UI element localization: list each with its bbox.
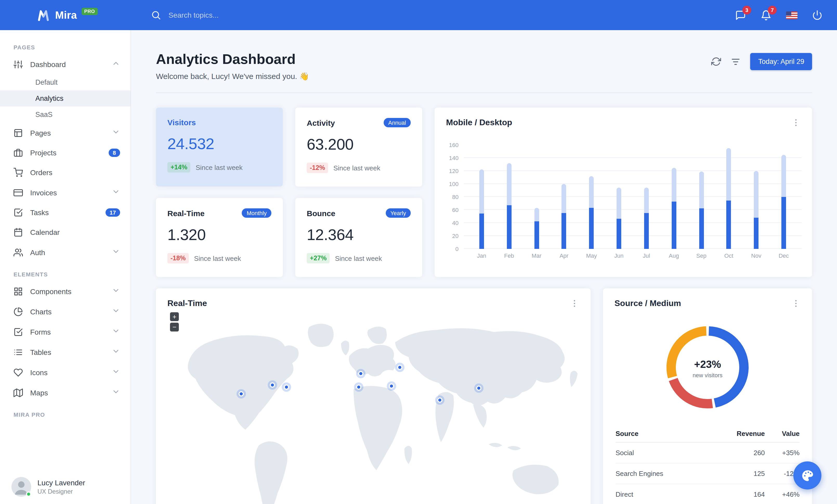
chevron-up-icon [112, 59, 120, 69]
mobile-desktop-card: Mobile / Desktop 160140120100806040200Ja… [434, 108, 812, 277]
map-marker[interactable] [397, 365, 403, 370]
chevron-down-icon [112, 388, 120, 397]
world-map[interactable]: + − [156, 311, 591, 504]
sidebar-subitem-saas[interactable]: SaaS [0, 107, 130, 123]
chevron-down-icon [112, 367, 120, 377]
stat-change-badge: +27% [307, 253, 330, 263]
sidebar-item-orders[interactable]: Orders [0, 163, 130, 182]
sidebar-item-tasks[interactable]: Tasks17 [0, 203, 130, 222]
stat-value: 1.320 [167, 226, 271, 244]
stat-title: Bounce [307, 209, 335, 218]
language-flag-button[interactable] [786, 11, 798, 19]
sidebar-item-pages[interactable]: Pages [0, 123, 130, 143]
navbar-search [151, 10, 287, 20]
sidebar-item-invoices[interactable]: Invoices [0, 182, 130, 203]
map-marker[interactable] [238, 391, 244, 396]
chevron-down-icon [112, 286, 120, 296]
sidebar-subitem-analytics[interactable]: Analytics [0, 90, 130, 107]
map-zoom-in-button[interactable]: + [170, 312, 179, 321]
stat-period-badge: Monthly [242, 208, 271, 218]
brand[interactable]: Mira PRO [0, 8, 131, 22]
map-marker[interactable] [476, 386, 481, 391]
donut-center-value: +23% [694, 358, 721, 371]
theme-settings-fab[interactable] [793, 461, 821, 489]
map-marker[interactable] [356, 385, 361, 390]
stat-card-visitors: Visitors24.532+14%Since last week [156, 108, 283, 187]
date-range-button[interactable]: Today: April 29 [750, 53, 812, 70]
stats-grid: Mobile / Desktop 160140120100806040200Ja… [156, 108, 812, 277]
cell-source: Search Engines [616, 463, 709, 484]
x-tick-label: Apr [560, 253, 569, 259]
bar-nov: Nov [743, 145, 770, 259]
map-marker[interactable] [437, 397, 442, 403]
stat-note: Since last week [194, 254, 241, 262]
sidebar-item-components[interactable]: Components [0, 281, 130, 301]
x-tick-label: May [586, 253, 597, 259]
sidebar-item-tables[interactable]: Tables [0, 342, 130, 362]
sidebar-item-projects[interactable]: Projects8 [0, 143, 130, 163]
sidebar-item-forms[interactable]: Forms [0, 322, 130, 342]
chevron-down-icon [112, 128, 120, 136]
sidebar-subitem-default[interactable]: Default [0, 74, 130, 90]
stat-card-real-time: Real-TimeMonthly1.320-18%Since last week [156, 198, 283, 277]
table-row: Social260+35% [616, 443, 800, 463]
search-input[interactable] [167, 11, 287, 20]
sidebar-item-auth[interactable]: Auth [0, 242, 130, 262]
x-tick-label: Jun [614, 253, 624, 259]
more-menu-button[interactable] [570, 299, 579, 308]
messages-button[interactable]: 3 [735, 10, 746, 20]
more-menu-button[interactable] [791, 299, 801, 308]
sidebar-item-label: Dashboard [30, 60, 66, 68]
cell-revenue: 260 [709, 443, 765, 463]
stat-value: 24.532 [167, 135, 271, 153]
stat-value: 63.200 [307, 136, 411, 153]
cell-value: +35% [765, 443, 800, 463]
sidebar-item-charts[interactable]: Charts [0, 301, 130, 322]
header-divider [156, 93, 812, 93]
map-zoom-out-button[interactable]: − [170, 323, 179, 332]
sidebar-item-dashboard[interactable]: Dashboard [0, 54, 130, 74]
sidebar-item-label: Projects [30, 149, 56, 157]
chevron-down-icon [112, 247, 120, 257]
y-axis: 160140120100806040200 [446, 145, 464, 249]
bar-aug: Aug [660, 145, 688, 259]
map-marker[interactable] [284, 385, 289, 390]
chevron-down-icon [112, 306, 120, 315]
users-icon [14, 247, 23, 257]
cell-revenue: 125 [709, 463, 765, 484]
sidebar-count-badge: 8 [109, 149, 120, 157]
page-title: Analytics Dashboard [156, 51, 309, 68]
map-marker[interactable] [358, 371, 363, 376]
refresh-button[interactable] [711, 57, 721, 67]
sliders-icon [14, 59, 23, 69]
more-menu-button[interactable] [791, 118, 801, 127]
filter-button[interactable] [731, 56, 741, 67]
sidebar-item-calendar[interactable]: Calendar [0, 222, 130, 242]
check-square-icon [14, 327, 23, 336]
page-header: Analytics Dashboard Welcome back, Lucy! … [156, 46, 812, 81]
header-actions: Today: April 29 [711, 53, 812, 70]
chevron-down-icon [112, 327, 120, 335]
bar-jun: Jun [605, 145, 633, 259]
stat-change-badge: +14% [167, 162, 191, 172]
bar-oct: Oct [715, 145, 743, 259]
credit-card-icon [14, 188, 23, 197]
sidebar-item-maps[interactable]: Maps [0, 382, 130, 403]
notifications-button[interactable]: 7 [761, 10, 771, 20]
sign-out-button[interactable] [812, 10, 822, 20]
chevron-down-icon [112, 327, 120, 337]
search-icon[interactable] [151, 10, 161, 20]
sidebar-item-icons[interactable]: Icons [0, 362, 130, 382]
sidebar-user[interactable]: Lucy Lavender UX Designer [0, 470, 130, 504]
source-medium-card: Source / Medium +23% new visitors [603, 288, 812, 504]
chevron-down-icon [112, 247, 120, 256]
stat-note: Since last week [196, 163, 243, 171]
sidebar-item-label: Charts [30, 307, 52, 316]
sidebar-section-label: PAGES [14, 44, 117, 50]
map-marker[interactable] [270, 382, 275, 388]
sidebar-item-label: Tables [30, 348, 51, 356]
map-marker[interactable] [389, 384, 394, 389]
chevron-down-icon [112, 188, 120, 196]
sidebar-item-label: Pages [30, 129, 51, 137]
top-navbar: Mira PRO 3 7 [0, 0, 837, 30]
